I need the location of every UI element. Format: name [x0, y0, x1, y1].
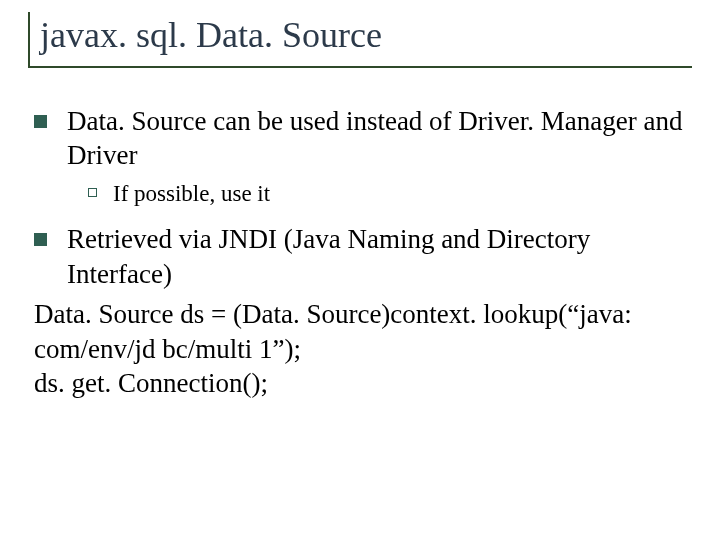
hollow-square-bullet-icon: [88, 188, 97, 197]
bullet-text: If possible, use it: [113, 179, 692, 208]
slide: javax. sql. Data. Source Data. Source ca…: [0, 0, 720, 540]
code-line: ds. get. Connection();: [34, 366, 692, 401]
slide-title: javax. sql. Data. Source: [40, 16, 692, 56]
title-wrap: javax. sql. Data. Source: [28, 12, 692, 68]
square-bullet-icon: [34, 115, 47, 128]
square-bullet-icon: [34, 233, 47, 246]
slide-content: Data. Source can be used instead of Driv…: [28, 104, 692, 401]
bullet-level1: Retrieved via JNDI (Java Naming and Dire…: [34, 222, 692, 291]
bullet-text: Data. Source can be used instead of Driv…: [67, 104, 692, 173]
code-line: Data. Source ds = (Data. Source)context.…: [34, 297, 692, 366]
bullet-level2: If possible, use it: [88, 179, 692, 208]
bullet-level1: Data. Source can be used instead of Driv…: [34, 104, 692, 173]
bullet-text: Retrieved via JNDI (Java Naming and Dire…: [67, 222, 692, 291]
